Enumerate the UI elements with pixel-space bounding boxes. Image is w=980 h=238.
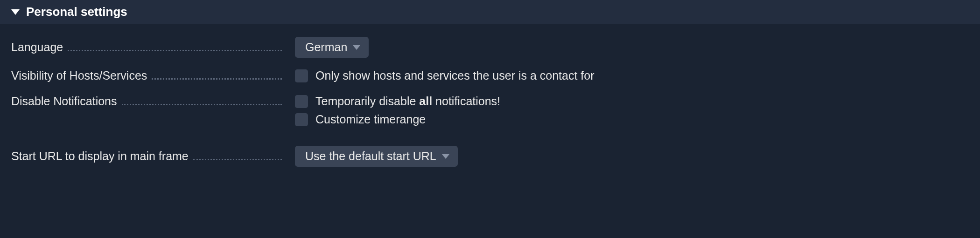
- setting-row-visibility: Visibility of Hosts/Services Only show h…: [11, 69, 969, 87]
- setting-row-language: Language German: [11, 37, 969, 58]
- checkbox-row: Only show hosts and services the user is…: [295, 69, 969, 82]
- disable-all-notifications-checkbox[interactable]: [295, 95, 308, 108]
- checkbox-row: Temporarily disable all notifications!: [295, 95, 969, 108]
- customize-timerange-label: Customize timerange: [315, 113, 426, 126]
- setting-label: Start URL to display in main frame: [11, 150, 291, 163]
- chevron-down-icon: [353, 45, 360, 50]
- language-dropdown[interactable]: German: [295, 37, 369, 58]
- dotted-leader: [152, 78, 282, 80]
- visibility-checkbox-label: Only show hosts and services the user is…: [315, 69, 595, 82]
- start-url-dropdown[interactable]: Use the default start URL: [295, 146, 458, 167]
- disable-all-notifications-label: Temporarily disable all notifications!: [315, 95, 500, 108]
- setting-label: Disable Notifications: [11, 95, 291, 108]
- setting-value: Use the default start URL: [291, 146, 969, 167]
- visibility-checkbox[interactable]: [295, 69, 308, 82]
- section-header[interactable]: Personal settings: [0, 0, 980, 24]
- setting-label: Visibility of Hosts/Services: [11, 69, 291, 82]
- setting-row-start-url: Start URL to display in main frame Use t…: [11, 146, 969, 167]
- setting-label: Language: [11, 41, 291, 54]
- settings-body: Language German Visibility of Hosts/Serv…: [0, 24, 980, 176]
- visibility-label: Visibility of Hosts/Services: [11, 69, 147, 82]
- dotted-leader: [193, 159, 282, 160]
- notifications-label: Disable Notifications: [11, 95, 117, 108]
- setting-value: German: [291, 37, 969, 58]
- dotted-leader: [68, 50, 282, 51]
- language-label: Language: [11, 41, 63, 54]
- checkbox-row: Customize timerange: [295, 113, 969, 126]
- language-dropdown-value: German: [305, 41, 347, 54]
- start-url-label: Start URL to display in main frame: [11, 150, 189, 163]
- chevron-down-icon: [442, 154, 449, 159]
- setting-value: Only show hosts and services the user is…: [291, 69, 969, 87]
- start-url-dropdown-value: Use the default start URL: [305, 150, 436, 163]
- setting-row-notifications: Disable Notifications Temporarily disabl…: [11, 95, 969, 131]
- section-title: Personal settings: [26, 5, 127, 19]
- customize-timerange-checkbox[interactable]: [295, 113, 308, 126]
- dotted-leader: [122, 104, 282, 105]
- collapse-down-icon: [11, 9, 20, 15]
- setting-value: Temporarily disable all notifications! C…: [291, 95, 969, 131]
